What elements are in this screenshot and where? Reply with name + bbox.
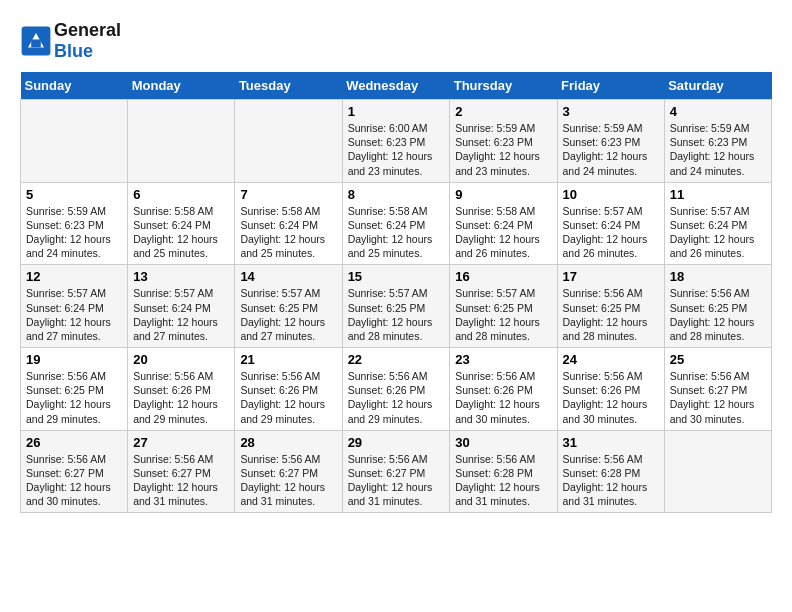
day-info: Sunrise: 5:59 AMSunset: 6:23 PMDaylight:… xyxy=(26,204,122,261)
day-cell: 24Sunrise: 5:56 AMSunset: 6:26 PMDayligh… xyxy=(557,348,664,431)
header-cell-saturday: Saturday xyxy=(664,72,771,100)
day-cell: 19Sunrise: 5:56 AMSunset: 6:25 PMDayligh… xyxy=(21,348,128,431)
day-info: Sunrise: 5:56 AMSunset: 6:27 PMDaylight:… xyxy=(348,452,445,509)
day-info: Sunrise: 5:56 AMSunset: 6:25 PMDaylight:… xyxy=(670,286,766,343)
day-info: Sunrise: 5:56 AMSunset: 6:27 PMDaylight:… xyxy=(26,452,122,509)
day-info: Sunrise: 5:57 AMSunset: 6:25 PMDaylight:… xyxy=(240,286,336,343)
day-info: Sunrise: 5:56 AMSunset: 6:28 PMDaylight:… xyxy=(563,452,659,509)
day-number: 4 xyxy=(670,104,766,119)
day-cell: 25Sunrise: 5:56 AMSunset: 6:27 PMDayligh… xyxy=(664,348,771,431)
day-number: 24 xyxy=(563,352,659,367)
day-cell: 11Sunrise: 5:57 AMSunset: 6:24 PMDayligh… xyxy=(664,182,771,265)
day-info: Sunrise: 5:57 AMSunset: 6:24 PMDaylight:… xyxy=(26,286,122,343)
day-number: 16 xyxy=(455,269,551,284)
logo-icon xyxy=(20,25,52,57)
day-cell: 27Sunrise: 5:56 AMSunset: 6:27 PMDayligh… xyxy=(128,430,235,513)
header-cell-sunday: Sunday xyxy=(21,72,128,100)
day-info: Sunrise: 5:56 AMSunset: 6:25 PMDaylight:… xyxy=(26,369,122,426)
day-number: 17 xyxy=(563,269,659,284)
day-number: 19 xyxy=(26,352,122,367)
day-cell: 26Sunrise: 5:56 AMSunset: 6:27 PMDayligh… xyxy=(21,430,128,513)
day-number: 8 xyxy=(348,187,445,202)
header-cell-friday: Friday xyxy=(557,72,664,100)
day-number: 5 xyxy=(26,187,122,202)
week-row-4: 19Sunrise: 5:56 AMSunset: 6:25 PMDayligh… xyxy=(21,348,772,431)
day-cell: 6Sunrise: 5:58 AMSunset: 6:24 PMDaylight… xyxy=(128,182,235,265)
day-number: 15 xyxy=(348,269,445,284)
day-info: Sunrise: 5:58 AMSunset: 6:24 PMDaylight:… xyxy=(348,204,445,261)
day-cell: 15Sunrise: 5:57 AMSunset: 6:25 PMDayligh… xyxy=(342,265,450,348)
day-number: 2 xyxy=(455,104,551,119)
day-number: 20 xyxy=(133,352,229,367)
day-number: 7 xyxy=(240,187,336,202)
logo: General Blue xyxy=(20,20,121,62)
calendar-table: SundayMondayTuesdayWednesdayThursdayFrid… xyxy=(20,72,772,513)
header-cell-wednesday: Wednesday xyxy=(342,72,450,100)
day-number: 25 xyxy=(670,352,766,367)
day-cell: 29Sunrise: 5:56 AMSunset: 6:27 PMDayligh… xyxy=(342,430,450,513)
day-cell: 30Sunrise: 5:56 AMSunset: 6:28 PMDayligh… xyxy=(450,430,557,513)
day-number: 6 xyxy=(133,187,229,202)
day-cell: 13Sunrise: 5:57 AMSunset: 6:24 PMDayligh… xyxy=(128,265,235,348)
day-info: Sunrise: 5:56 AMSunset: 6:28 PMDaylight:… xyxy=(455,452,551,509)
day-info: Sunrise: 5:57 AMSunset: 6:25 PMDaylight:… xyxy=(455,286,551,343)
week-row-3: 12Sunrise: 5:57 AMSunset: 6:24 PMDayligh… xyxy=(21,265,772,348)
header-cell-monday: Monday xyxy=(128,72,235,100)
day-info: Sunrise: 5:59 AMSunset: 6:23 PMDaylight:… xyxy=(670,121,766,178)
day-info: Sunrise: 5:56 AMSunset: 6:25 PMDaylight:… xyxy=(563,286,659,343)
day-cell: 31Sunrise: 5:56 AMSunset: 6:28 PMDayligh… xyxy=(557,430,664,513)
day-number: 14 xyxy=(240,269,336,284)
day-number: 11 xyxy=(670,187,766,202)
day-cell: 20Sunrise: 5:56 AMSunset: 6:26 PMDayligh… xyxy=(128,348,235,431)
day-number: 26 xyxy=(26,435,122,450)
day-number: 30 xyxy=(455,435,551,450)
svg-rect-2 xyxy=(31,39,41,47)
day-cell xyxy=(21,100,128,183)
day-number: 10 xyxy=(563,187,659,202)
day-number: 23 xyxy=(455,352,551,367)
logo-text: General Blue xyxy=(54,20,121,62)
day-info: Sunrise: 5:56 AMSunset: 6:26 PMDaylight:… xyxy=(240,369,336,426)
header-cell-thursday: Thursday xyxy=(450,72,557,100)
day-cell: 12Sunrise: 5:57 AMSunset: 6:24 PMDayligh… xyxy=(21,265,128,348)
day-cell: 16Sunrise: 5:57 AMSunset: 6:25 PMDayligh… xyxy=(450,265,557,348)
day-info: Sunrise: 5:57 AMSunset: 6:24 PMDaylight:… xyxy=(563,204,659,261)
day-number: 21 xyxy=(240,352,336,367)
day-info: Sunrise: 5:56 AMSunset: 6:27 PMDaylight:… xyxy=(133,452,229,509)
day-number: 3 xyxy=(563,104,659,119)
day-info: Sunrise: 5:56 AMSunset: 6:26 PMDaylight:… xyxy=(455,369,551,426)
day-cell: 21Sunrise: 5:56 AMSunset: 6:26 PMDayligh… xyxy=(235,348,342,431)
day-number: 1 xyxy=(348,104,445,119)
day-number: 28 xyxy=(240,435,336,450)
day-cell xyxy=(128,100,235,183)
day-info: Sunrise: 5:58 AMSunset: 6:24 PMDaylight:… xyxy=(133,204,229,261)
week-row-2: 5Sunrise: 5:59 AMSunset: 6:23 PMDaylight… xyxy=(21,182,772,265)
header-row: SundayMondayTuesdayWednesdayThursdayFrid… xyxy=(21,72,772,100)
day-cell: 2Sunrise: 5:59 AMSunset: 6:23 PMDaylight… xyxy=(450,100,557,183)
day-info: Sunrise: 5:56 AMSunset: 6:26 PMDaylight:… xyxy=(133,369,229,426)
day-cell: 3Sunrise: 5:59 AMSunset: 6:23 PMDaylight… xyxy=(557,100,664,183)
day-number: 29 xyxy=(348,435,445,450)
day-info: Sunrise: 5:56 AMSunset: 6:27 PMDaylight:… xyxy=(240,452,336,509)
day-cell: 5Sunrise: 5:59 AMSunset: 6:23 PMDaylight… xyxy=(21,182,128,265)
day-cell: 28Sunrise: 5:56 AMSunset: 6:27 PMDayligh… xyxy=(235,430,342,513)
week-row-5: 26Sunrise: 5:56 AMSunset: 6:27 PMDayligh… xyxy=(21,430,772,513)
day-info: Sunrise: 5:56 AMSunset: 6:27 PMDaylight:… xyxy=(670,369,766,426)
day-number: 9 xyxy=(455,187,551,202)
day-cell: 8Sunrise: 5:58 AMSunset: 6:24 PMDaylight… xyxy=(342,182,450,265)
day-cell: 22Sunrise: 5:56 AMSunset: 6:26 PMDayligh… xyxy=(342,348,450,431)
day-info: Sunrise: 5:58 AMSunset: 6:24 PMDaylight:… xyxy=(240,204,336,261)
day-info: Sunrise: 5:59 AMSunset: 6:23 PMDaylight:… xyxy=(455,121,551,178)
day-cell: 17Sunrise: 5:56 AMSunset: 6:25 PMDayligh… xyxy=(557,265,664,348)
day-cell xyxy=(235,100,342,183)
day-cell: 9Sunrise: 5:58 AMSunset: 6:24 PMDaylight… xyxy=(450,182,557,265)
header-cell-tuesday: Tuesday xyxy=(235,72,342,100)
day-cell: 23Sunrise: 5:56 AMSunset: 6:26 PMDayligh… xyxy=(450,348,557,431)
day-cell xyxy=(664,430,771,513)
page-header: General Blue xyxy=(20,20,772,62)
day-info: Sunrise: 5:59 AMSunset: 6:23 PMDaylight:… xyxy=(563,121,659,178)
day-info: Sunrise: 5:56 AMSunset: 6:26 PMDaylight:… xyxy=(563,369,659,426)
day-cell: 14Sunrise: 5:57 AMSunset: 6:25 PMDayligh… xyxy=(235,265,342,348)
day-cell: 4Sunrise: 5:59 AMSunset: 6:23 PMDaylight… xyxy=(664,100,771,183)
day-number: 13 xyxy=(133,269,229,284)
